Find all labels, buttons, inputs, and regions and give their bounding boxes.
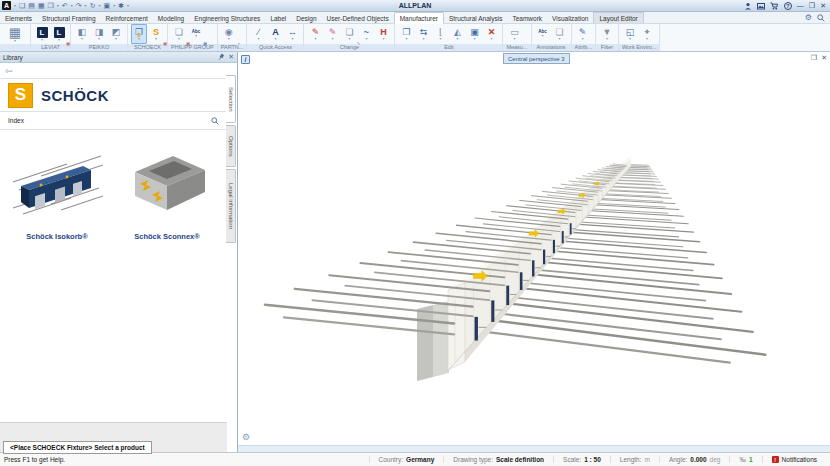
text-tool-button[interactable]: A xyxy=(267,24,283,44)
tab-design[interactable]: Design xyxy=(291,13,321,23)
panel-close-icon[interactable]: ✕ xyxy=(228,53,234,61)
partner-globe-button[interactable]: ◉› xyxy=(221,24,237,44)
product-sconnex[interactable]: Schöck Sconnex® xyxy=(114,142,220,241)
restore-button[interactable]: ❒ xyxy=(809,2,815,9)
schoeck-fixture-button-active[interactable]: ❐S xyxy=(131,24,147,44)
statusbar-scale[interactable]: Scale: 1 : 50 xyxy=(553,456,610,463)
qat-project-icon[interactable]: ❏ xyxy=(19,2,25,9)
qat-save-icon[interactable]: ▦ xyxy=(38,2,45,9)
side-tab-legal-information[interactable]: Legal information xyxy=(226,169,236,243)
qat-refresh-icon[interactable]: ↻ xyxy=(90,2,96,9)
modify-curve-button[interactable]: ~ xyxy=(358,24,374,44)
viewport-gear-icon[interactable]: ⚙ xyxy=(242,433,250,442)
side-tab-options[interactable]: Options xyxy=(226,125,236,167)
qat-undo-icon[interactable]: ↶ xyxy=(62,2,68,9)
qat-redo-icon[interactable]: ↷ xyxy=(76,2,82,9)
abc-annotation-button[interactable]: Abc xyxy=(535,24,551,44)
attributes-button[interactable]: ✎ xyxy=(575,24,591,44)
modify-beam-button[interactable]: H xyxy=(375,24,391,44)
viewport-float-icon[interactable]: ❐ xyxy=(811,54,817,62)
statusbar-notifications[interactable]: ! Notifications xyxy=(762,456,826,463)
minimize-button[interactable]: — xyxy=(797,2,804,9)
qat-export-icon[interactable]: ❐ xyxy=(48,2,54,9)
tab-elements[interactable]: Elements xyxy=(0,13,37,23)
fixtures-catalog-button[interactable]: ▦ xyxy=(3,24,27,44)
resize-button[interactable]: ▣ xyxy=(466,24,482,44)
edit-document-button[interactable]: ❏✎ xyxy=(341,24,357,44)
active-command-tab[interactable]: <Place SCHOECK Fixture> Select a product xyxy=(3,441,152,454)
allplan-menu-button[interactable]: A xyxy=(2,1,11,10)
align-button[interactable]: ⌊ xyxy=(432,24,448,44)
qat-redo-caret-icon[interactable]: ▾ xyxy=(85,4,87,8)
qat-layers-caret-icon[interactable]: ▾ xyxy=(113,4,115,8)
3d-model-view[interactable] xyxy=(258,122,803,442)
philipp-tool-1-button[interactable]: ❏▦ xyxy=(171,24,187,44)
tab-label[interactable]: Label xyxy=(265,13,291,23)
tab-structural-analysis[interactable]: Structural Analysis xyxy=(444,13,507,23)
tab-layout-editor[interactable]: Layout Editor xyxy=(593,12,643,23)
back-arrow-icon[interactable]: ⇦ xyxy=(5,66,13,76)
drawing-viewport[interactable]: i Central perspective 3 ❐ ✕ ⚙ xyxy=(238,52,830,452)
spacing-button[interactable]: ⇆ xyxy=(415,24,431,44)
tab-user-defined-objects[interactable]: User-Defined Objects xyxy=(322,13,394,23)
filter-button[interactable]: ▼ xyxy=(599,24,615,44)
statusbar-angle[interactable]: Angle: 0.000 deg xyxy=(659,456,730,463)
mirror-button[interactable]: ◭ xyxy=(449,24,465,44)
qat-refresh-caret-icon[interactable]: ▾ xyxy=(99,4,101,8)
tab-engineering-structures[interactable]: Engineering Structures xyxy=(189,13,265,23)
viewport-scrollbar[interactable] xyxy=(238,445,830,452)
viewport-info-icon[interactable]: i xyxy=(241,55,250,64)
side-tab-selection[interactable]: Selection xyxy=(226,75,236,123)
workenv-star-button[interactable]: ✦ xyxy=(639,24,655,44)
delete-button[interactable]: ✕ xyxy=(483,24,499,44)
tab-modeling[interactable]: Modeling xyxy=(153,13,189,23)
peikko-tool-1-button[interactable]: ◧ xyxy=(74,24,90,44)
index-search-row[interactable]: Index xyxy=(0,112,227,130)
viewport-close-icon[interactable]: ✕ xyxy=(821,54,827,62)
user-account-icon[interactable] xyxy=(744,2,752,10)
workenv-sheet-button[interactable]: ◱ xyxy=(622,24,638,44)
search-icon[interactable] xyxy=(817,14,825,22)
allplan-menu-caret-icon[interactable]: ▾ xyxy=(14,4,16,8)
search-icon[interactable] xyxy=(211,117,219,125)
pin-icon[interactable] xyxy=(217,53,225,61)
qat-document-icon[interactable]: ▤ xyxy=(28,2,35,9)
modify-pin-button[interactable]: ✎ xyxy=(324,24,340,44)
qat-layers-icon[interactable]: ▣ xyxy=(104,2,111,9)
schoeck-tool-2-button[interactable]: S▦ xyxy=(148,24,164,44)
tab-manufacturer[interactable]: Manufacturer xyxy=(394,12,444,24)
note-box-button[interactable]: ❏ xyxy=(552,24,568,44)
peikko-icon: ◩ xyxy=(112,28,121,37)
peikko-tool-2-button[interactable]: ◨ xyxy=(91,24,107,44)
leviat-tool-1-button[interactable]: L xyxy=(34,24,50,44)
philipp-tool-2-button[interactable]: Abc▦ xyxy=(188,24,204,44)
line-tool-button[interactable]: ∕ xyxy=(250,24,266,44)
spacing-icon: ⇆ xyxy=(420,28,428,37)
gallery-icon[interactable] xyxy=(757,2,765,10)
product-isokorb[interactable]: Schöck Isokorb® xyxy=(4,142,110,241)
measure-button[interactable]: ▭ xyxy=(506,24,522,44)
tab-structural-framing[interactable]: Structural Framing xyxy=(37,13,100,23)
leviat-tool-2-button[interactable]: L▦ xyxy=(51,24,67,44)
peikko-tool-3-button[interactable]: ◩ xyxy=(108,24,124,44)
statusbar-ratio[interactable]: ‰ 1 xyxy=(729,456,761,463)
copy-button[interactable]: ❐ xyxy=(398,24,414,44)
qat-tools-caret-icon[interactable]: ▾ xyxy=(127,4,129,8)
settings-gear-icon[interactable]: ⚙ xyxy=(805,14,812,22)
qat-tools-icon[interactable]: ✱ xyxy=(118,2,124,9)
shop-cart-icon[interactable] xyxy=(770,2,779,10)
modify-pencil-button[interactable]: ✎ xyxy=(307,24,323,44)
statusbar-drawing-type[interactable]: Drawing type: Scale definition xyxy=(443,456,553,463)
qat-caret-icon[interactable]: ▾ xyxy=(57,4,59,8)
dimension-tool-button[interactable]: ↔ xyxy=(284,24,300,44)
close-button[interactable]: ✕ xyxy=(820,2,826,9)
funnel-icon: ▼ xyxy=(602,28,611,37)
statusbar-length[interactable]: Length: m xyxy=(610,456,659,463)
tab-visualization[interactable]: Visualization xyxy=(547,13,593,23)
statusbar-country[interactable]: Country: Germany xyxy=(369,456,444,463)
tab-reinforcement[interactable]: Reinforcement xyxy=(101,13,153,23)
qat-undo-caret-icon[interactable]: ▾ xyxy=(71,4,73,8)
tab-teamwork[interactable]: Teamwork xyxy=(507,13,547,23)
library-panel-header[interactable]: Library ✕ xyxy=(0,52,237,63)
help-icon[interactable]: ? xyxy=(784,2,792,10)
